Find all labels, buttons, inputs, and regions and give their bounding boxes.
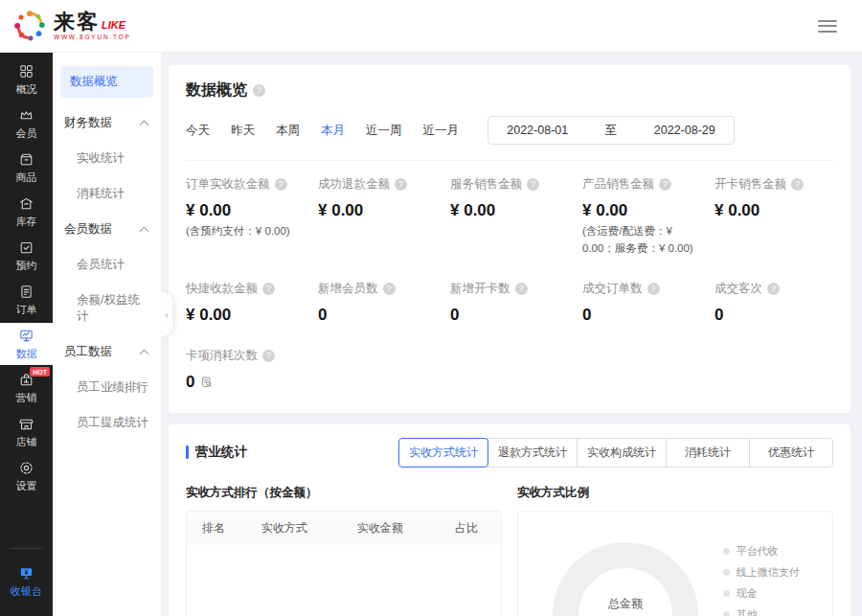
sidebar-group-finance-data[interactable]: 财务数据 xyxy=(53,105,161,141)
date-range-picker[interactable]: 2022-08-01 至 2022-08-29 xyxy=(488,116,735,145)
rail-label: 收银台 xyxy=(11,584,42,599)
help-icon[interactable] xyxy=(395,178,407,191)
chevron-up-icon xyxy=(140,349,149,358)
data-overview-card: 数据概览 今天 昨天 本周 本月 近一周 近一月 2022-08-01 至 20… xyxy=(169,65,851,413)
rail-label: 数据 xyxy=(16,347,37,361)
stat-card-consume-times: 卡项消耗次数 0 xyxy=(186,348,305,392)
stat-value: ¥ 0.00 xyxy=(186,201,305,220)
stat-deal-orders: 成交订单数 0 xyxy=(582,281,701,325)
filter-this-week[interactable]: 本周 xyxy=(276,123,300,139)
page-title: 数据概览 xyxy=(186,80,247,101)
sidebar-item-consume-stats[interactable]: 消耗统计 xyxy=(53,176,161,212)
file-search-icon[interactable] xyxy=(200,376,214,389)
brand-name: 来客 xyxy=(54,11,100,33)
legend-label: 现金 xyxy=(737,586,758,601)
legend-label: 平台代收 xyxy=(737,544,779,559)
legend-dot xyxy=(723,590,730,597)
section-title: 营业统计 xyxy=(195,444,247,461)
tab-income-method-stats[interactable]: 实收方式统计 xyxy=(398,438,488,468)
rail-label: 营销 xyxy=(16,391,37,405)
stat-label: 成交订单数 xyxy=(582,281,643,297)
help-icon[interactable] xyxy=(253,84,265,97)
hot-badge: HOT xyxy=(30,367,50,376)
rail-item-settings[interactable]: 设置 xyxy=(0,455,53,497)
rail-item-members[interactable]: 会员 xyxy=(0,103,53,145)
rail-item-goods[interactable]: 商品 xyxy=(0,147,53,189)
main-content: 数据概览 今天 昨天 本周 本月 近一周 近一月 2022-08-01 至 20… xyxy=(161,53,862,616)
sidebar-item-data-overview[interactable]: 数据概览 xyxy=(60,66,153,98)
filter-today[interactable]: 今天 xyxy=(186,123,210,139)
rail-item-data[interactable]: 数据 xyxy=(0,323,53,365)
legend-item-cash[interactable]: 现金 xyxy=(723,586,811,601)
section-marker xyxy=(186,445,189,459)
sidebar-item-balance-rights-stats[interactable]: 余额/权益统计 xyxy=(53,283,161,334)
stat-refund-amount: 成功退款金额 ¥ 0.00 xyxy=(318,176,437,258)
brand-logo[interactable]: 来客 LIKE WWW.8GYUN.TOP xyxy=(11,8,131,44)
help-icon[interactable] xyxy=(791,178,804,191)
cashier-register-icon xyxy=(18,565,34,582)
stat-value: 0 xyxy=(582,306,701,325)
tab-income-composition-stats[interactable]: 实收构成统计 xyxy=(577,438,667,468)
sidebar-group-staff-data[interactable]: 员工数据 xyxy=(53,334,161,370)
rail-item-orders[interactable]: 订单 xyxy=(0,279,53,321)
sidebar-collapse-handle[interactable]: ‹ xyxy=(161,292,172,336)
member-crown-icon xyxy=(18,107,34,124)
help-icon[interactable] xyxy=(647,283,660,295)
booking-check-icon xyxy=(18,240,34,256)
income-method-rank-panel: 实收方式排行（按金额） 排名 实收方式 实收金额 占比 xyxy=(186,485,502,616)
stat-label: 新增会员数 xyxy=(318,281,378,297)
date-to-value[interactable]: 2022-08-29 xyxy=(654,124,715,137)
legend-item-platform-collect[interactable]: 平台代收 xyxy=(723,544,811,559)
rail-item-overview[interactable]: 概况 xyxy=(0,58,53,101)
help-icon[interactable] xyxy=(275,178,287,191)
rail-item-booking[interactable]: 预约 xyxy=(0,235,53,277)
help-icon[interactable] xyxy=(383,283,396,295)
sidebar-group-label: 会员数据 xyxy=(64,221,112,238)
tab-consume-stats[interactable]: 消耗统计 xyxy=(666,438,750,468)
rail-label: 订单 xyxy=(16,303,37,317)
stat-value: 0 xyxy=(450,306,569,325)
sidebar-item-staff-performance-rank[interactable]: 员工业绩排行 xyxy=(53,370,161,405)
date-from-value[interactable]: 2022-08-01 xyxy=(507,124,568,137)
rail-label: 概况 xyxy=(16,82,37,97)
rail-label: 设置 xyxy=(16,479,37,493)
legend-item-online-wechat[interactable]: 线上微信支付 xyxy=(723,565,811,580)
stat-quick-collection: 快捷收款金额 ¥ 0.00 xyxy=(186,281,305,325)
rail-label: 会员 xyxy=(16,126,37,141)
stat-deal-customers: 成交客次 0 xyxy=(715,281,833,325)
sidebar-item-staff-commission-stats[interactable]: 员工提成统计 xyxy=(53,405,161,441)
filter-last-30-days[interactable]: 近一月 xyxy=(423,123,460,139)
sidebar-item-income-stats[interactable]: 实收统计 xyxy=(53,141,161,176)
stat-new-cards: 新增开卡数 0 xyxy=(450,281,569,325)
hamburger-menu-icon[interactable] xyxy=(818,12,837,39)
stat-label: 卡项消耗次数 xyxy=(186,348,258,364)
dashboard-grid-icon xyxy=(18,63,34,80)
tab-refund-method-stats[interactable]: 退款方式统计 xyxy=(488,438,578,468)
help-icon[interactable] xyxy=(527,178,539,191)
help-icon[interactable] xyxy=(515,283,528,295)
stat-service-sales: 服务销售金额 ¥ 0.00 xyxy=(450,176,569,258)
help-icon[interactable] xyxy=(262,283,275,295)
help-icon[interactable] xyxy=(262,350,275,362)
stat-label: 成功退款金额 xyxy=(318,176,390,193)
data-monitor-icon xyxy=(18,328,34,344)
filter-this-month[interactable]: 本月 xyxy=(321,123,345,139)
help-icon[interactable] xyxy=(767,283,780,295)
sidebar-group-member-data[interactable]: 会员数据 xyxy=(53,212,161,247)
column-header-amount: 实收金额 xyxy=(329,520,432,536)
tab-discount-stats[interactable]: 优惠统计 xyxy=(749,438,833,468)
sidebar-item-member-stats[interactable]: 会员统计 xyxy=(53,247,161,283)
rail-item-shop[interactable]: 店铺 xyxy=(0,411,53,453)
legend-item-other[interactable]: 其他 xyxy=(723,607,811,616)
stat-label: 产品销售金额 xyxy=(582,176,654,193)
rail-item-cashier[interactable]: 收银台 xyxy=(0,560,53,603)
date-filter-row: 今天 昨天 本周 本月 近一周 近一月 2022-08-01 至 2022-08… xyxy=(186,116,833,145)
income-method-ratio-panel: 实收方式比例 总金额 ¥ 0.00 平台代收 xyxy=(517,485,833,616)
filter-yesterday[interactable]: 昨天 xyxy=(231,123,255,139)
rail-item-marketing[interactable]: HOT 营销 xyxy=(0,367,53,409)
sidebar-group-label: 员工数据 xyxy=(64,344,112,360)
help-icon[interactable] xyxy=(659,178,671,191)
rail-item-inventory[interactable]: 库存 xyxy=(0,191,53,233)
filter-last-7-days[interactable]: 近一周 xyxy=(366,123,402,139)
rail-divider xyxy=(10,548,43,549)
